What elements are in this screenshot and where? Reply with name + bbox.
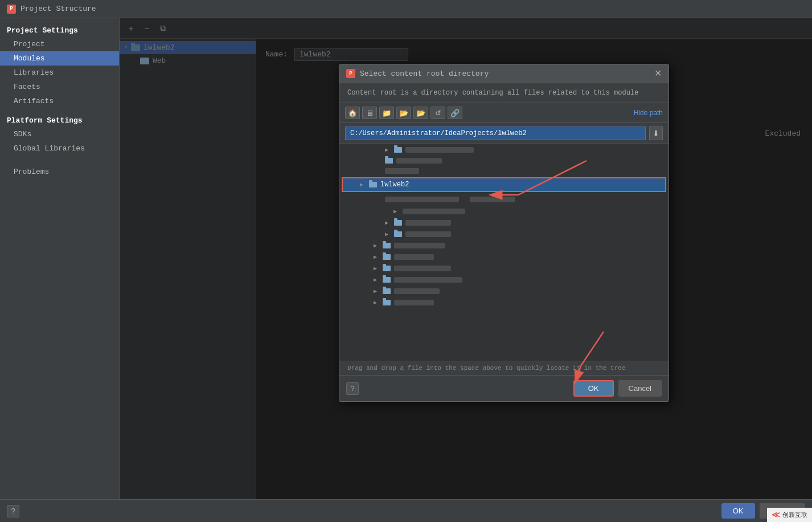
folder-icon bbox=[394, 147, 402, 153]
selected-folder-label: lwlweb2 bbox=[380, 181, 409, 189]
brand-watermark: ≪ 创新互联 bbox=[767, 508, 812, 522]
list-item[interactable] bbox=[339, 193, 669, 206]
blurred-item bbox=[394, 277, 462, 283]
dialog-title-text: Select content root directory bbox=[360, 70, 489, 78]
sidebar-item-global-libraries[interactable]: Global Libraries bbox=[0, 141, 119, 156]
dialog-title-bar: P Select content root directory ✕ bbox=[339, 64, 669, 83]
main-layout: Project Settings Project Modules Librari… bbox=[0, 18, 812, 499]
sidebar: Project Settings Project Modules Librari… bbox=[0, 18, 120, 499]
drag-drop-hint: Drag and drop a file into the space abov… bbox=[339, 361, 669, 375]
blurred-item bbox=[396, 158, 442, 164]
title-bar: P Project Structure bbox=[0, 0, 812, 18]
blurred-item bbox=[394, 243, 445, 248]
dialog-close-btn[interactable]: ✕ bbox=[654, 69, 662, 78]
sidebar-item-project[interactable]: Project bbox=[0, 37, 119, 51]
dialog-buttons: OK Cancel bbox=[573, 380, 662, 397]
path-input-row: ⬇ bbox=[339, 123, 669, 144]
sidebar-item-facets[interactable]: Facets bbox=[0, 80, 119, 94]
blurred-item bbox=[394, 300, 434, 305]
folder-up-btn[interactable]: 📂 bbox=[396, 107, 411, 119]
brand-icon: ≪ bbox=[772, 510, 780, 520]
blurred-item bbox=[470, 197, 515, 202]
project-settings-section: Project Settings bbox=[0, 23, 119, 37]
bottom-ok-btn[interactable]: OK bbox=[721, 503, 755, 519]
list-item[interactable]: ▶ bbox=[339, 274, 669, 286]
list-item[interactable] bbox=[339, 156, 669, 166]
folder-icon bbox=[383, 288, 391, 294]
home-icon-btn[interactable]: 🏠 bbox=[345, 107, 360, 119]
hide-path-btn[interactable]: Hide path bbox=[634, 109, 663, 117]
app-icon: P bbox=[7, 5, 16, 14]
dialog-description: Content root is a directory containing a… bbox=[339, 83, 669, 103]
help-button[interactable]: ? bbox=[346, 382, 359, 395]
list-item[interactable]: ▶ bbox=[339, 251, 669, 263]
title-bar-text: Project Structure bbox=[20, 5, 96, 13]
link-btn[interactable]: 🔗 bbox=[448, 107, 462, 119]
new-folder-btn[interactable]: 📁 bbox=[379, 107, 394, 119]
sidebar-item-problems[interactable]: Problems bbox=[0, 165, 119, 179]
dialog-actions: ? OK Cancel bbox=[339, 375, 669, 401]
dialog-ok-button[interactable]: OK bbox=[573, 380, 614, 397]
folder-expand-btn[interactable]: 📂 bbox=[413, 107, 428, 119]
folder-icon bbox=[383, 277, 391, 283]
selected-folder-icon bbox=[369, 182, 377, 187]
blurred-item bbox=[385, 197, 459, 202]
list-item[interactable] bbox=[339, 166, 669, 176]
folder-icon bbox=[385, 158, 393, 164]
list-item[interactable]: ▶ bbox=[339, 229, 669, 240]
dialog-cancel-button[interactable]: Cancel bbox=[618, 380, 662, 397]
dialog-overlay: P Select content root directory ✕ Conten… bbox=[120, 18, 812, 499]
folder-icon bbox=[383, 266, 391, 271]
blurred-item bbox=[405, 231, 451, 237]
list-item[interactable]: ▶ bbox=[339, 206, 669, 217]
blurred-item bbox=[403, 209, 465, 214]
brand-text: 创新互联 bbox=[782, 511, 807, 519]
refresh-btn[interactable]: ↺ bbox=[430, 107, 445, 119]
platform-settings-section: Platform Settings bbox=[0, 113, 119, 127]
folder-icon bbox=[394, 220, 402, 226]
bottom-left: ? bbox=[7, 505, 19, 517]
blurred-item bbox=[385, 168, 419, 174]
path-download-btn[interactable]: ⬇ bbox=[649, 127, 663, 140]
folder-icon bbox=[394, 231, 402, 237]
dialog-title-icon: P bbox=[346, 69, 355, 78]
blurred-item bbox=[394, 288, 440, 294]
sidebar-item-libraries[interactable]: Libraries bbox=[0, 66, 119, 80]
list-item[interactable]: ▶ bbox=[339, 297, 669, 308]
desktop-icon-btn[interactable]: 🖥 bbox=[362, 107, 377, 119]
blurred-item bbox=[394, 266, 451, 271]
blurred-item bbox=[405, 220, 451, 226]
list-item[interactable]: ▶ bbox=[339, 263, 669, 274]
blurred-item bbox=[405, 147, 474, 153]
list-item[interactable]: ▶ bbox=[339, 144, 669, 156]
content-area: + − ⧉ ▼ lwlweb2 Web Name: bbox=[120, 18, 812, 499]
dialog-toolbar: 🏠 🖥 📁 📂 📂 ↺ 🔗 Hide path bbox=[339, 103, 669, 123]
select-content-root-dialog: P Select content root directory ✕ Conten… bbox=[339, 64, 669, 402]
sidebar-item-modules[interactable]: Modules bbox=[0, 51, 119, 66]
list-item[interactable]: ▶ bbox=[339, 286, 669, 297]
folder-icon bbox=[383, 300, 391, 305]
file-tree[interactable]: ▶ ▶ lwlweb2 bbox=[339, 144, 669, 361]
list-item[interactable]: ▶ bbox=[339, 217, 669, 229]
folder-icon bbox=[383, 254, 391, 260]
list-item[interactable]: ▶ bbox=[339, 240, 669, 251]
sidebar-item-sdks[interactable]: SDKs bbox=[0, 127, 119, 141]
selected-folder-item[interactable]: ▶ lwlweb2 bbox=[342, 177, 666, 192]
bottom-help-btn[interactable]: ? bbox=[7, 505, 19, 517]
path-input[interactable] bbox=[345, 127, 646, 140]
blurred-item bbox=[394, 254, 434, 260]
dialog-title-left: P Select content root directory bbox=[346, 69, 489, 78]
bottom-bar: ? OK Cancel bbox=[0, 499, 812, 522]
folder-icon bbox=[383, 243, 391, 248]
sidebar-item-artifacts[interactable]: Artifacts bbox=[0, 94, 119, 108]
